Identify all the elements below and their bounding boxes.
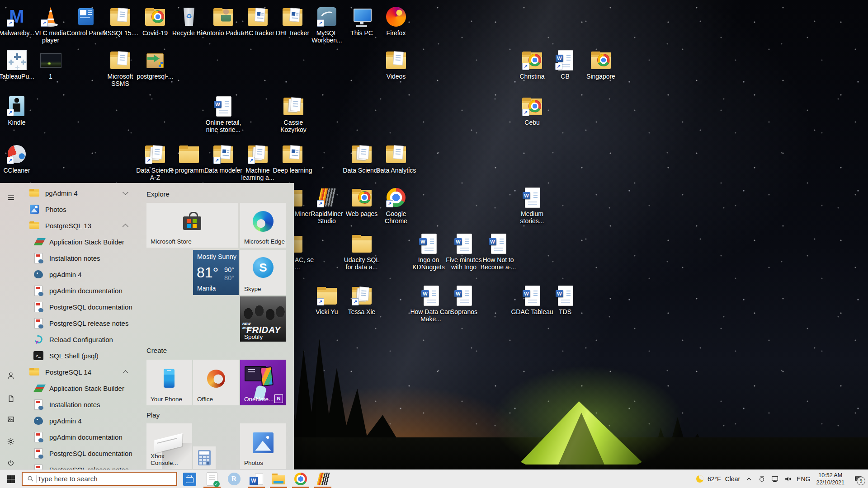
start-menu-item-sql-shell-psql[interactable]: SQL Shell (psql)	[22, 347, 133, 364]
desktop-icon-data-analytics[interactable]: Data Analytics	[374, 143, 418, 174]
folder-chrome-icon	[521, 95, 543, 117]
tile-xbox-console[interactable]: Xbox Console...	[146, 423, 192, 469]
tile-onenote[interactable]: OneNote... N	[240, 360, 286, 405]
start-menu-item-postgresql-13[interactable]: PostgreSQL 13	[22, 217, 133, 234]
start-menu-item-postgresql-release-notes[interactable]: PostgreSQL release notes	[22, 315, 133, 331]
desktop-icon-online-retail-nine-storie[interactable]: Online retail, nine storie...	[202, 95, 245, 133]
desktop-icon-postgresql[interactable]: postgresql-...	[133, 49, 177, 80]
microsoft-edge-icon	[253, 211, 274, 232]
tile-photos[interactable]: Photos	[240, 423, 286, 469]
desktop-icon-ccleaner[interactable]: CCleaner	[0, 143, 38, 174]
tile-spotify[interactable]: Spotify NEW MUSIC FRIDAY	[240, 296, 286, 342]
desktop-icon-1[interactable]: 1	[29, 49, 72, 80]
tray-hiddens-chevron-button[interactable]	[744, 474, 753, 484]
desktop-icon-ac-se[interactable]: AC, se ...	[294, 232, 326, 271]
installer-icon	[144, 49, 166, 71]
desktop-icon-udacity-sql-for-data-a[interactable]: Udacity SQL for data a...	[340, 232, 383, 271]
notification-center-button[interactable]: 9	[850, 470, 866, 488]
rail-documents-button[interactable]	[0, 389, 22, 408]
desktop-icon-cebu[interactable]: Cebu	[510, 95, 554, 126]
desktop-icon-label: 1	[29, 73, 72, 80]
desktop-icon-tds[interactable]: TDS	[543, 284, 587, 315]
desktop-icon-cassie-kozyrkov[interactable]: Cassie Kozyrkov	[272, 95, 315, 133]
start-menu-item-pgadmin-documentation[interactable]: pgAdmin documentation	[22, 282, 133, 299]
start-menu-item-pgadmin-4[interactable]: pgAdmin 4	[22, 413, 133, 429]
desktop-icon-how-not-to-become-a[interactable]: How Not to Become a ...	[476, 232, 520, 271]
tray-weather-temp[interactable]: 62°F	[708, 475, 721, 483]
tile-calculator[interactable]	[193, 446, 216, 469]
chrome-taskbar-button[interactable]	[289, 470, 311, 488]
tray-update-button[interactable]	[757, 474, 766, 484]
start-menu-item-label: pgAdmin documentation	[49, 287, 123, 295]
rail-settings-button[interactable]	[0, 432, 22, 451]
start-menu-item-label: SQL Shell (psql)	[49, 352, 99, 360]
document-check-taskbar-button[interactable]	[201, 470, 223, 488]
desktop-icon-sopranos[interactable]: Sopranos	[442, 284, 486, 315]
tile-microsoft-store[interactable]: Microsoft Store	[146, 203, 238, 248]
layered-pages-taskbar-button[interactable]	[311, 470, 334, 488]
taskbar-clock[interactable]: 10:52 AM 22/10/2021	[814, 472, 846, 487]
folder-icon	[294, 232, 304, 255]
desktop-icon-label: How Not to Become a ...	[476, 256, 520, 271]
toolbox-taskbar-button[interactable]	[179, 470, 201, 488]
tile-weather[interactable]: Mostly Sunny 81° 90° 80° Manila	[193, 250, 239, 295]
malware-icon	[5, 5, 28, 28]
desktop-icon-videos[interactable]: Videos	[374, 49, 418, 80]
tile-skype[interactable]: Skype	[240, 250, 286, 295]
stack-icon	[33, 236, 44, 247]
folder-doc-icon	[109, 49, 132, 71]
language-indicator[interactable]: ENG	[797, 475, 810, 483]
desktop-icon-label: Online retail, nine storie...	[202, 119, 245, 133]
file-explorer-taskbar-button[interactable]	[267, 470, 289, 488]
start-menu-item-photos[interactable]: Photos	[22, 201, 133, 217]
start-menu-item-label: Photos	[45, 206, 66, 213]
folder-docs-icon	[144, 143, 166, 165]
start-menu-item-installation-notes[interactable]: Installation notes	[22, 250, 133, 266]
start-menu-item-pgadmin-documentation[interactable]: pgAdmin documentation	[22, 429, 133, 445]
word-icon	[212, 95, 235, 117]
word-taskbar-button[interactable]	[245, 470, 267, 488]
r-studio-taskbar-button[interactable]: R	[223, 470, 245, 488]
rail-user-button[interactable]	[0, 366, 22, 385]
folder-icon	[294, 186, 304, 209]
start-menu-item-pgadmin-4[interactable]: pgAdmin 4	[22, 266, 133, 282]
taskbar-search-input[interactable]: Type here to search	[22, 472, 177, 486]
html-icon	[33, 318, 44, 328]
start-menu-item-application-stack-builder[interactable]: Application Stack Builder	[22, 380, 133, 396]
html-icon	[33, 399, 44, 410]
controlpanel-icon	[75, 5, 97, 28]
tray-volume-button[interactable]	[783, 474, 793, 484]
desktop-icon-google-chrome[interactable]: Google Chrome	[374, 186, 418, 225]
desktop-icon-singapore[interactable]: Singapore	[579, 49, 623, 80]
desktop-icon-kindle[interactable]: Kindle	[0, 95, 38, 126]
tray-network-button[interactable]	[770, 474, 779, 484]
start-menu-item-label: Installation notes	[49, 401, 100, 408]
word-icon	[521, 186, 543, 209]
tile-your-phone[interactable]: Your Phone	[146, 360, 192, 405]
rail-pictures-button[interactable]	[0, 409, 22, 429]
start-menu-item-application-stack-builder[interactable]: Application Stack Builder	[22, 234, 133, 250]
desktop-icon-tessa-xie[interactable]: Tessa Xie	[340, 284, 383, 315]
shortcut-arrow-badge	[7, 109, 14, 116]
start-menu-item-postgresql-documentation[interactable]: PostgreSQL documentation	[22, 445, 133, 461]
rail-hamburger-button[interactable]	[0, 188, 22, 207]
desktop-icon-firefox[interactable]: Firefox	[374, 5, 418, 37]
start-menu-item-pgadmin-4[interactable]: pgAdmin 4	[22, 185, 133, 201]
desktop-icon-label: Udacity SQL for data a...	[340, 256, 383, 271]
folder-icon	[29, 220, 40, 231]
tray-weather-condition[interactable]: Clear	[725, 475, 740, 483]
desktop-icon-deep-learning[interactable]: Deep learning	[271, 143, 314, 174]
word-icon	[521, 284, 543, 307]
tile-office[interactable]: Office	[193, 360, 239, 405]
start-menu-item-postgresql-14[interactable]: PostgreSQL 14	[22, 364, 133, 380]
start-menu-item-postgresql-documentation[interactable]: PostgreSQL documentation	[22, 299, 133, 315]
weather-condition: Mostly Sunny	[197, 253, 236, 260]
start-menu-item-reload-configuration[interactable]: Reload Configuration	[22, 331, 133, 347]
pictures-icon	[7, 415, 15, 423]
start-menu-item-installation-notes[interactable]: Installation notes	[22, 396, 133, 413]
start-button[interactable]	[0, 470, 22, 488]
html-icon	[33, 285, 44, 296]
desktop-icon-medium-stories[interactable]: Medium stories...	[510, 186, 554, 225]
tile-microsoft-edge[interactable]: Microsoft Edge	[240, 203, 286, 248]
moon-weather-icon[interactable]	[696, 475, 703, 483]
